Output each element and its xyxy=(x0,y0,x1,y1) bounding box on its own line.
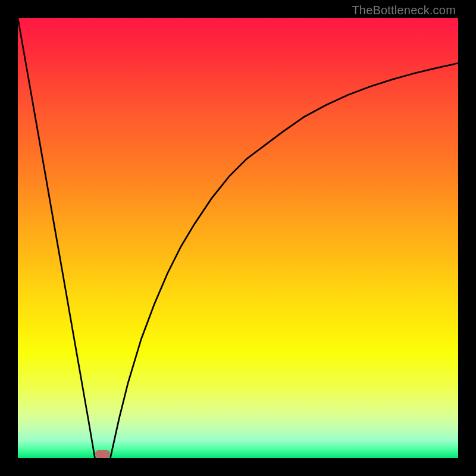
bottleneck-marker xyxy=(95,450,111,458)
chart-frame: TheBottleneck.com xyxy=(0,0,476,476)
plot-area xyxy=(18,18,458,458)
curve-layer xyxy=(18,18,458,458)
curve-left-leg xyxy=(18,18,95,458)
curve-right-leg xyxy=(110,63,458,458)
watermark-text: TheBottleneck.com xyxy=(352,4,456,17)
